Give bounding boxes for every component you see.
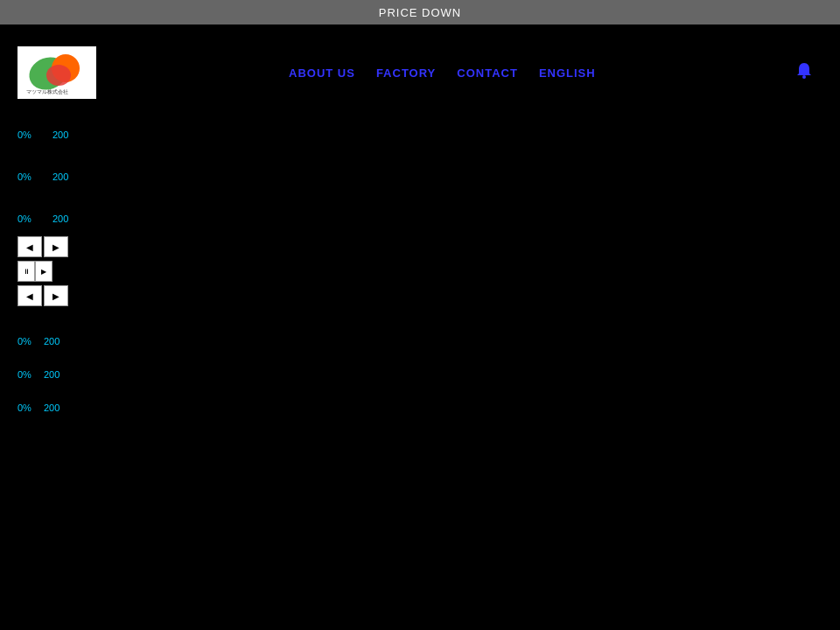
nav-contact[interactable]: CONTACT: [457, 66, 518, 80]
bottom-value-1: 200: [44, 336, 60, 346]
next-button-1[interactable]: ▶: [44, 236, 68, 257]
pause-button[interactable]: ⏸: [18, 261, 35, 282]
play-button[interactable]: ▶: [35, 261, 52, 282]
slider-label-1: 0%: [18, 130, 44, 140]
top-bar: PRICE DOWN: [0, 0, 840, 24]
svg-point-3: [46, 65, 71, 86]
bottom-slider-row-1: 0% 200: [18, 336, 822, 346]
bottom-slider-row-2: 0% 200: [18, 369, 822, 380]
slider-value-1: 200: [52, 130, 68, 140]
header: マツマル株式会社 ABOUT US FACTORY CONTACT ENGLIS…: [0, 24, 840, 121]
next-button-2[interactable]: ▶: [44, 285, 68, 306]
main-content: 0% 200 0% 200 0% 200 ◀ ▶ ⏸ ▶: [0, 121, 840, 429]
slider-label-3: 0%: [18, 214, 44, 224]
slider-section-top: 0% 200 0% 200 0% 200: [18, 130, 822, 224]
logo[interactable]: マツマル株式会社: [18, 46, 96, 99]
bell-icon[interactable]: [794, 61, 814, 84]
slider-row-3: 0% 200: [18, 214, 822, 224]
slider-row-2: 0% 200: [18, 172, 822, 182]
play-pause-group: ⏸ ▶: [18, 261, 822, 282]
nav-buttons-2: ◀ ▶: [18, 285, 822, 306]
prev-button-1[interactable]: ◀: [18, 236, 42, 257]
bottom-label-3: 0%: [18, 402, 35, 413]
bottom-label-2: 0%: [18, 369, 35, 380]
top-bar-label: PRICE DOWN: [379, 6, 462, 19]
slider-value-3: 200: [52, 214, 68, 224]
svg-text:マツマル株式会社: マツマル株式会社: [26, 89, 68, 94]
slider-section-bottom: 0% 200 0% 200 0% 200: [18, 336, 822, 413]
bottom-slider-row-3: 0% 200: [18, 402, 822, 413]
nav: ABOUT US FACTORY CONTACT ENGLISH: [289, 66, 596, 80]
bottom-value-3: 200: [44, 402, 60, 413]
prev-button-2[interactable]: ◀: [18, 285, 42, 306]
nav-english[interactable]: ENGLISH: [539, 66, 596, 80]
nav-about-us[interactable]: ABOUT US: [289, 66, 355, 80]
slider-label-2: 0%: [18, 172, 44, 182]
svg-point-5: [802, 75, 806, 79]
nav-factory[interactable]: FACTORY: [376, 66, 436, 80]
slider-row-1: 0% 200: [18, 130, 822, 140]
nav-buttons-1: ◀ ▶: [18, 236, 822, 257]
slider-value-2: 200: [52, 172, 68, 182]
bottom-label-1: 0%: [18, 336, 35, 346]
bottom-value-2: 200: [44, 369, 60, 380]
